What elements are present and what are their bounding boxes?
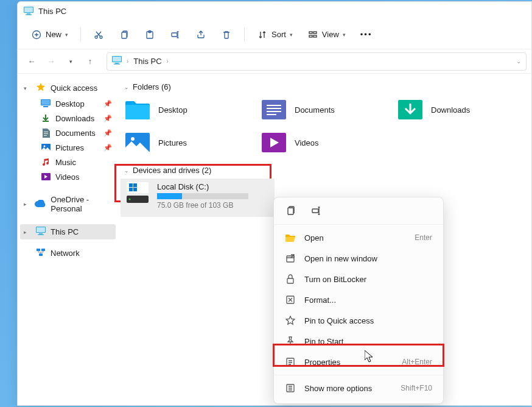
picture-icon — [41, 143, 51, 152]
svg-rect-13 — [309, 35, 312, 37]
up-button[interactable]: ↑ — [81, 52, 99, 71]
sidebar-item-downloads[interactable]: Downloads 📌 — [20, 111, 116, 126]
sidebar-item-this-pc[interactable]: ▸ This PC — [20, 224, 116, 239]
section-folders[interactable]: ⌄ Folders (6) — [124, 82, 528, 91]
folder-documents-icon — [262, 99, 286, 120]
share-button[interactable] — [189, 26, 212, 44]
svg-rect-38 — [267, 105, 281, 106]
svg-rect-12 — [313, 32, 317, 34]
recent-button[interactable]: ▾ — [61, 52, 80, 71]
sidebar-item-documents[interactable]: Documents 📌 — [20, 126, 116, 140]
view-button[interactable]: View ▾ — [301, 26, 352, 44]
svg-rect-31 — [39, 233, 43, 235]
chevron-right-icon: ▸ — [24, 229, 31, 235]
format-icon — [285, 294, 296, 305]
svg-rect-20 — [41, 100, 50, 105]
folder-pictures-icon — [125, 132, 150, 153]
delete-button[interactable] — [215, 26, 238, 44]
title-bar: This PC — [18, 2, 531, 20]
folder-documents[interactable]: Documents — [258, 95, 391, 124]
svg-rect-1 — [24, 7, 33, 12]
svg-rect-33 — [37, 249, 40, 251]
svg-point-52 — [129, 199, 131, 200]
sort-button[interactable]: Sort ▾ — [251, 26, 299, 44]
share-icon — [195, 29, 206, 40]
rename-icon[interactable] — [310, 205, 323, 217]
video-icon — [41, 172, 51, 182]
network-icon — [36, 248, 46, 258]
ctx-pin-quick[interactable]: Pin to Quick access — [274, 310, 443, 331]
svg-rect-2 — [27, 13, 30, 15]
ctx-bitlocker[interactable]: Turn on BitLocker — [274, 269, 443, 289]
svg-rect-41 — [267, 114, 276, 115]
svg-rect-3 — [26, 15, 32, 15]
svg-rect-25 — [44, 135, 47, 136]
ctx-open[interactable]: Open Enter — [274, 227, 443, 248]
sidebar-item-network[interactable]: ▸ Network — [20, 246, 116, 261]
svg-point-27 — [43, 145, 45, 147]
folder-open-icon — [285, 232, 296, 243]
file-explorer-window: This PC New ▾ Sort ▾ View ▾ ••• ← → ▾ ↑ — [17, 1, 532, 406]
new-window-icon — [285, 253, 296, 264]
chevron-down-icon: ⌄ — [124, 84, 129, 90]
storage-label: 75.0 GB free of 103 GB — [157, 201, 268, 210]
back-button[interactable]: ← — [23, 52, 41, 71]
music-icon — [41, 157, 51, 167]
folder-videos[interactable]: Videos — [258, 128, 391, 157]
drive-icon — [127, 182, 149, 204]
svg-rect-35 — [39, 253, 43, 256]
folder-downloads[interactable]: Downloads — [394, 95, 527, 124]
svg-rect-40 — [267, 111, 281, 112]
drive-local-disk-c[interactable]: Local Disk (C:) 75.0 GB free of 103 GB — [121, 179, 275, 217]
svg-rect-22 — [43, 121, 49, 122]
svg-rect-37 — [262, 100, 286, 119]
toolbar: New ▾ Sort ▾ View ▾ ••• — [18, 20, 531, 49]
ctx-more-options[interactable]: Show more options Shift+F10 — [274, 378, 443, 398]
ctx-format[interactable]: Format... — [274, 289, 443, 310]
svg-rect-30 — [37, 227, 45, 232]
svg-rect-34 — [41, 249, 45, 251]
svg-point-6 — [100, 36, 102, 38]
svg-rect-21 — [43, 106, 48, 107]
folder-downloads-icon — [398, 99, 422, 120]
scissors-icon — [93, 29, 104, 40]
more-button[interactable]: ••• — [354, 26, 379, 43]
paste-button[interactable] — [138, 26, 161, 44]
svg-rect-53 — [288, 208, 293, 214]
rename-button[interactable] — [164, 26, 187, 44]
cut-button[interactable] — [87, 26, 110, 44]
folder-desktop[interactable]: Desktop — [122, 95, 254, 124]
folder-pictures[interactable]: Pictures — [122, 128, 254, 157]
chevron-down-icon: ▾ — [65, 32, 68, 38]
chevron-down-icon[interactable]: ⌄ — [516, 58, 521, 65]
sidebar-item-desktop[interactable]: Desktop 📌 — [20, 96, 116, 111]
trash-icon — [221, 29, 232, 40]
view-icon — [307, 29, 318, 40]
svg-rect-39 — [267, 108, 281, 109]
drive-label: Local Disk (C:) — [157, 182, 268, 191]
sidebar-item-pictures[interactable]: Pictures 📌 — [20, 140, 116, 155]
folder-icon — [125, 99, 150, 120]
svg-rect-36 — [125, 105, 150, 119]
copy-button[interactable] — [113, 26, 136, 44]
context-menu: Open Enter Open in new window Turn on Bi… — [273, 197, 444, 404]
sidebar-item-quick-access[interactable]: ▾ Quick access — [20, 80, 116, 96]
forward-button[interactable]: → — [42, 52, 60, 71]
sidebar-item-videos[interactable]: Videos — [20, 169, 116, 184]
sidebar: ▾ Quick access Desktop 📌 Downloads 📌 Doc… — [18, 74, 118, 405]
address-segment[interactable]: This PC — [133, 57, 161, 66]
sidebar-item-onedrive[interactable]: ▸ OneDrive - Personal — [20, 193, 116, 216]
ctx-open-new-window[interactable]: Open in new window — [274, 248, 443, 269]
star-outline-icon — [285, 315, 296, 326]
chevron-down-icon: ▾ — [343, 32, 346, 38]
svg-point-5 — [95, 36, 97, 38]
copy-icon[interactable] — [285, 205, 297, 217]
svg-rect-16 — [113, 57, 121, 62]
sidebar-item-music[interactable]: Music — [20, 155, 116, 169]
address-bar[interactable]: › This PC › ⌄ — [107, 52, 527, 71]
svg-rect-24 — [44, 133, 48, 134]
sort-icon — [257, 29, 268, 40]
plus-circle-icon — [31, 29, 42, 40]
download-icon — [41, 113, 51, 123]
new-button[interactable]: New ▾ — [25, 26, 74, 44]
